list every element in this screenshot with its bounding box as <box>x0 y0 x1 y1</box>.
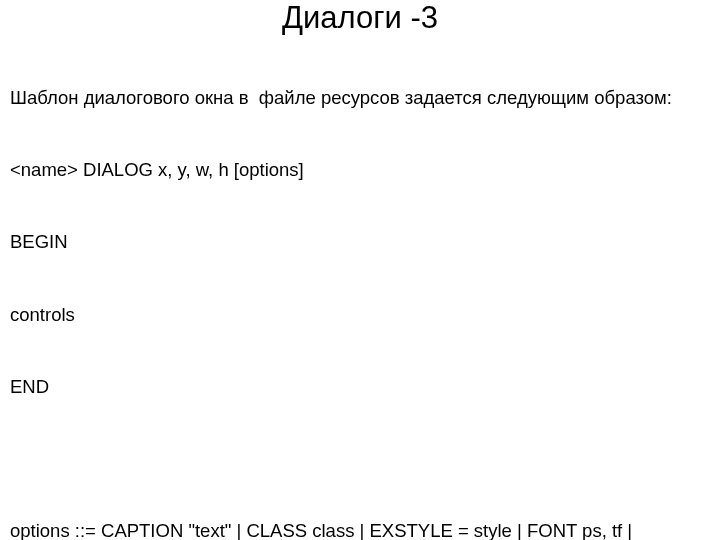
text-line: BEGIN <box>10 230 710 254</box>
blank-line <box>10 447 710 471</box>
page-title: Диалоги -3 <box>0 0 720 36</box>
text-line: <name> DIALOG x, y, w, h [options] <box>10 158 710 182</box>
text-line: END <box>10 375 710 399</box>
text-line: options ::= CAPTION "text" | CLASS class… <box>10 519 710 540</box>
text-line: controls <box>10 303 710 327</box>
slide: Диалоги -3 Шаблон диалогового окна в фай… <box>0 0 720 540</box>
text-line: Шаблон диалогового окна в файле ресурсов… <box>10 86 710 110</box>
template-description: Шаблон диалогового окна в файле ресурсов… <box>0 38 720 540</box>
